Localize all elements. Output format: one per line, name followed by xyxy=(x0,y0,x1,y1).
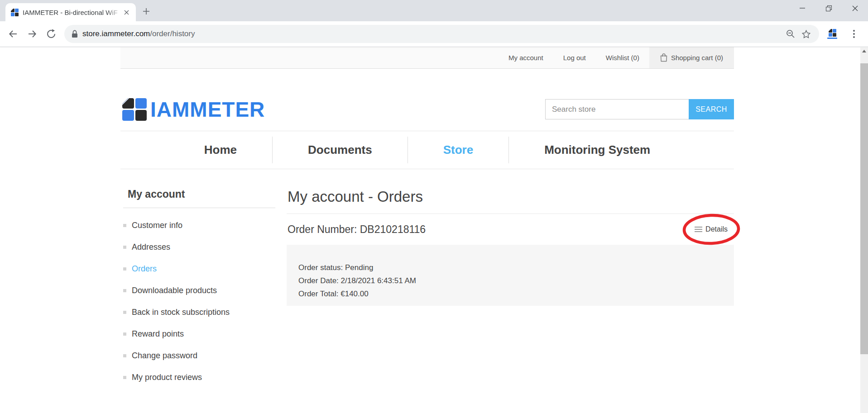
url-text: store.iammeter.com/order/history xyxy=(82,29,783,38)
sidebar-list: Customer info Addresses Orders Downloada… xyxy=(123,221,275,382)
order-total: Order Total: €140.00 xyxy=(298,287,734,300)
sidebar-item-customer-info[interactable]: Customer info xyxy=(123,221,275,230)
toplinks-bar: My account Log out Wishlist (0) Shopping… xyxy=(120,47,734,69)
menu-dots-icon[interactable] xyxy=(844,24,863,43)
order-status: Order status: Pending xyxy=(298,261,734,274)
bullet-icon xyxy=(123,311,126,314)
forward-icon[interactable] xyxy=(23,24,42,43)
url-path: /order/history xyxy=(150,29,195,38)
bullet-icon xyxy=(123,332,126,336)
scroll-up-icon[interactable] xyxy=(860,47,868,55)
plus-icon xyxy=(143,8,149,14)
browser-tab[interactable]: IAMMETER - Bi-directional WiF xyxy=(5,3,136,21)
minimize-icon[interactable] xyxy=(789,0,815,16)
sidebar-item-label: Back in stock subscriptions xyxy=(132,308,230,317)
iammeter-logo-icon xyxy=(122,98,147,121)
order-details-button[interactable]: Details xyxy=(695,225,728,233)
close-tab-icon[interactable] xyxy=(121,7,131,17)
details-list-icon xyxy=(695,227,702,232)
sidebar-title: My account xyxy=(123,188,275,208)
browser-toolbar: store.iammeter.com/order/history xyxy=(0,21,868,47)
sidebar-item-change-password[interactable]: Change password xyxy=(123,351,275,361)
sidebar-item-label: Change password xyxy=(132,351,197,361)
extension-icon[interactable] xyxy=(825,29,840,39)
details-wrap: Details xyxy=(695,225,728,233)
bullet-icon xyxy=(123,354,126,357)
browser-tabstrip: IAMMETER - Bi-directional WiF xyxy=(0,0,868,21)
main-nav: Home Documents Store Monitoring System xyxy=(120,131,734,169)
url-domain: store.iammeter.com xyxy=(82,29,150,38)
shopping-cart-link[interactable]: Shopping cart (0) xyxy=(649,47,734,68)
back-icon[interactable] xyxy=(4,24,23,43)
sidebar-item-label: Downloadable products xyxy=(132,286,217,295)
bullet-icon xyxy=(123,376,126,379)
sidebar-item-addresses[interactable]: Addresses xyxy=(123,242,275,252)
order-number: Order Number: DB210218116 xyxy=(288,223,426,236)
details-label: Details xyxy=(705,225,728,233)
nav-item-monitoring-system[interactable]: Monitoring System xyxy=(508,137,686,163)
search-box: SEARCH xyxy=(545,99,734,119)
restore-icon[interactable] xyxy=(815,0,842,16)
sidebar-item-label: Orders xyxy=(132,264,157,274)
bullet-icon xyxy=(123,267,126,271)
sidebar-item-my-product-reviews[interactable]: My product reviews xyxy=(123,373,275,382)
content-column: My account Log out Wishlist (0) Shopping… xyxy=(120,47,734,394)
nav-item-store[interactable]: Store xyxy=(408,137,508,163)
toolbar-right xyxy=(825,24,863,43)
close-window-icon[interactable] xyxy=(842,0,868,16)
new-tab-button[interactable] xyxy=(139,5,153,18)
toplink-log-out[interactable]: Log out xyxy=(553,47,596,68)
site-logo[interactable]: IAMMETER xyxy=(122,97,265,122)
body-row: My account Customer info Addresses Order… xyxy=(120,169,734,394)
account-sidebar: My account Customer info Addresses Order… xyxy=(123,188,275,394)
lock-icon xyxy=(72,30,78,38)
sidebar-item-downloadable-products[interactable]: Downloadable products xyxy=(123,286,275,295)
search-button[interactable]: SEARCH xyxy=(689,99,734,119)
bag-icon xyxy=(660,53,667,62)
sidebar-item-label: Reward points xyxy=(132,329,184,339)
page-title: My account - Orders xyxy=(287,188,734,214)
bullet-icon xyxy=(123,289,126,292)
scrollbar[interactable] xyxy=(860,47,868,413)
toplink-wishlist[interactable]: Wishlist (0) xyxy=(596,47,649,68)
site-header: IAMMETER SEARCH xyxy=(120,69,734,131)
search-input[interactable] xyxy=(545,99,689,119)
sidebar-item-reward-points[interactable]: Reward points xyxy=(123,329,275,339)
reload-icon[interactable] xyxy=(42,24,61,43)
toplink-my-account[interactable]: My account xyxy=(499,47,553,68)
nav-item-documents[interactable]: Documents xyxy=(272,137,408,163)
logo-text: IAMMETER xyxy=(150,97,265,122)
sidebar-item-label: Customer info xyxy=(132,221,182,230)
order-header: Order Number: DB210218116 Details xyxy=(287,214,734,245)
sidebar-item-label: My product reviews xyxy=(132,373,202,382)
nav-item-home[interactable]: Home xyxy=(169,137,272,163)
tab-title: IAMMETER - Bi-directional WiF xyxy=(23,9,121,16)
sidebar-item-label: Addresses xyxy=(132,242,170,252)
window-controls xyxy=(789,0,868,16)
shopping-cart-label: Shopping cart (0) xyxy=(671,54,723,62)
scrollbar-thumb[interactable] xyxy=(860,63,868,354)
sidebar-item-orders[interactable]: Orders xyxy=(123,264,275,274)
main-panel: My account - Orders Order Number: DB2102… xyxy=(287,188,734,394)
order-summary-box: Order status: Pending Order Date: 2/18/2… xyxy=(287,245,734,306)
page: My account Log out Wishlist (0) Shopping… xyxy=(0,47,868,413)
zoom-icon[interactable] xyxy=(783,26,798,42)
favicon-icon xyxy=(11,9,19,16)
bullet-icon xyxy=(123,224,126,227)
address-bar[interactable]: store.iammeter.com/order/history xyxy=(64,25,819,43)
sidebar-item-back-in-stock[interactable]: Back in stock subscriptions xyxy=(123,308,275,317)
bookmark-star-icon[interactable] xyxy=(798,26,814,42)
order-date: Order Date: 2/18/2021 6:43:51 AM xyxy=(298,274,734,287)
bullet-icon xyxy=(123,246,126,249)
